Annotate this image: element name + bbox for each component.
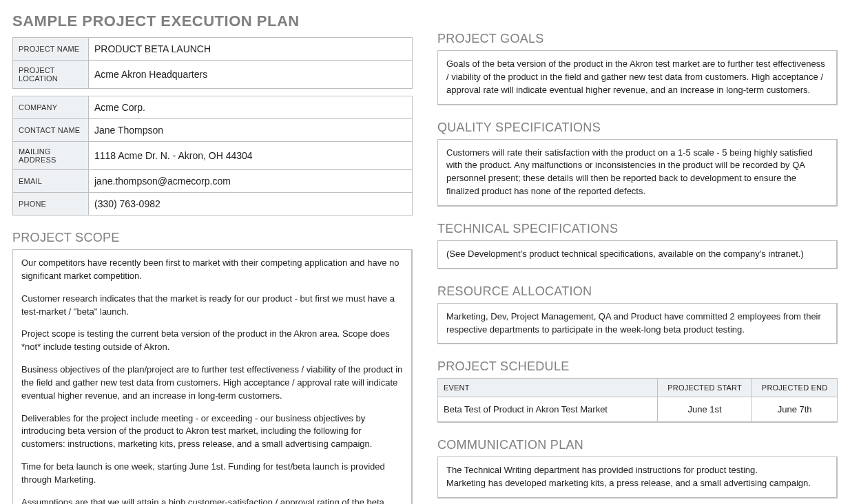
- scope-paragraph: Project scope is testing the current bet…: [21, 328, 403, 354]
- schedule-event-value: Beta Test of Product in Akron Test Marke…: [438, 397, 658, 423]
- project-goals-heading: PROJECT GOALS: [437, 32, 838, 46]
- contact-name-value: Jane Thompson: [89, 119, 413, 142]
- goals-text: Goals of the beta version of the product…: [446, 58, 828, 97]
- communication-plan-box: The Technical Writing department has pro…: [437, 456, 838, 498]
- schedule-event-header: EVENT: [438, 379, 658, 397]
- table-row: Beta Test of Product in Akron Test Marke…: [438, 397, 838, 423]
- resource-alloc-box: Marketing, Dev, Project Management, QA a…: [437, 303, 838, 345]
- table-row: PHONE (330) 763-0982: [13, 193, 413, 216]
- project-goals-box: Goals of the beta version of the product…: [437, 50, 838, 105]
- email-label: EMAIL: [13, 170, 89, 193]
- technical-text: (See Development's product technical spe…: [446, 248, 828, 261]
- page-title: SAMPLE PROJECT EXECUTION PLAN: [12, 12, 413, 30]
- table-header-row: EVENT PROJECTED START PROJECTED END: [438, 379, 838, 397]
- schedule-start-value: June 1st: [658, 397, 752, 423]
- project-scope-heading: PROJECT SCOPE: [12, 231, 413, 245]
- email-value: jane.thompson@acmecorp.com: [89, 170, 413, 193]
- resource-alloc-heading: RESOURCE ALLOCATION: [437, 284, 838, 299]
- left-column: SAMPLE PROJECT EXECUTION PLAN PROJECT NA…: [12, 12, 413, 504]
- schedule-end-value: June 7th: [752, 397, 838, 423]
- resource-text: Marketing, Dev, Project Management, QA a…: [446, 311, 828, 337]
- comm-line: The Technical Writing department has pro…: [446, 464, 828, 477]
- schedule-end-header: PROJECTED END: [752, 379, 838, 397]
- contact-name-label: CONTACT NAME: [13, 119, 89, 142]
- technical-spec-heading: TECHNICAL SPECIFICATIONS: [437, 222, 838, 236]
- project-name-label: PROJECT NAME: [13, 38, 89, 61]
- table-row: MAILING ADDRESS 1118 Acme Dr. N. - Akron…: [13, 142, 413, 170]
- page-container: SAMPLE PROJECT EXECUTION PLAN PROJECT NA…: [12, 12, 838, 504]
- company-label: COMPANY: [13, 96, 89, 119]
- contact-table: COMPANY Acme Corp. CONTACT NAME Jane Tho…: [12, 96, 413, 216]
- technical-spec-box: (See Development's product technical spe…: [437, 240, 838, 269]
- communication-plan-heading: COMMUNICATION PLAN: [437, 438, 838, 452]
- project-name-value: PRODUCT BETA LAUNCH: [89, 38, 413, 61]
- right-column: PROJECT GOALS Goals of the beta version …: [437, 12, 838, 504]
- scope-paragraph: Time for beta launch is one week, starti…: [21, 461, 403, 487]
- scope-paragraph: Customer research indicates that the mar…: [21, 293, 403, 319]
- table-row: EMAIL jane.thompson@acmecorp.com: [13, 170, 413, 193]
- table-row: PROJECT NAME PRODUCT BETA LAUNCH: [13, 38, 413, 61]
- phone-value: (330) 763-0982: [89, 193, 413, 216]
- table-row: PROJECT LOCATION Acme Akron Headquarters: [13, 61, 413, 89]
- project-scope-box: Our competitors have recently been first…: [12, 249, 413, 504]
- project-schedule-heading: PROJECT SCHEDULE: [437, 359, 838, 374]
- comm-line: Marketing has developed marketing kits, …: [446, 477, 828, 490]
- scope-paragraph: Deliverables for the project include mee…: [21, 412, 403, 452]
- company-value: Acme Corp.: [89, 96, 413, 119]
- scope-paragraph: Business objectives of the plan/project …: [21, 364, 403, 403]
- table-row: CONTACT NAME Jane Thompson: [13, 119, 413, 142]
- schedule-start-header: PROJECTED START: [658, 379, 752, 397]
- mailing-address-value: 1118 Acme Dr. N. - Akron, OH 44304: [89, 142, 413, 170]
- project-table: PROJECT NAME PRODUCT BETA LAUNCH PROJECT…: [12, 37, 413, 89]
- schedule-table: EVENT PROJECTED START PROJECTED END Beta…: [437, 378, 838, 423]
- quality-spec-heading: QUALITY SPECIFICATIONS: [437, 120, 838, 135]
- mailing-address-label: MAILING ADDRESS: [13, 142, 89, 170]
- table-row: COMPANY Acme Corp.: [13, 96, 413, 119]
- phone-label: PHONE: [13, 193, 89, 216]
- quality-spec-box: Customers will rate their satisfaction w…: [437, 139, 838, 207]
- project-location-label: PROJECT LOCATION: [13, 61, 89, 89]
- project-location-value: Acme Akron Headquarters: [89, 61, 413, 89]
- scope-paragraph: Assumptions are that we will attain a hi…: [21, 496, 403, 504]
- scope-paragraph: Our competitors have recently been first…: [21, 257, 403, 283]
- quality-text: Customers will rate their satisfaction w…: [446, 147, 828, 198]
